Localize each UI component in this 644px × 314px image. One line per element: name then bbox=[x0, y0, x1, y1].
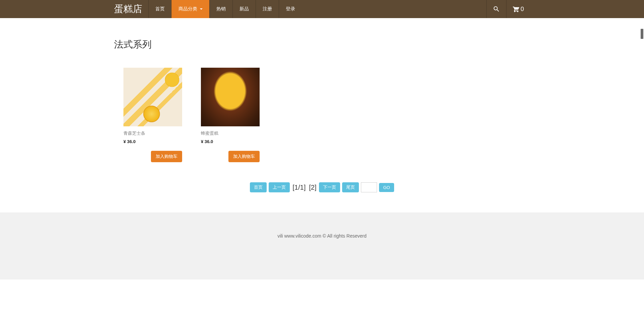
page-last-button[interactable]: 尾页 bbox=[342, 182, 359, 192]
add-to-cart-button[interactable]: 加入购物车 bbox=[228, 151, 260, 162]
navbar: 蛋糕店 首页 商品分类 热销 新品 注册 登录 0 bbox=[0, 0, 644, 18]
footer-text: vili www.vilicode.com © All rights Resev… bbox=[277, 233, 367, 239]
product-image[interactable] bbox=[123, 68, 182, 126]
footer: vili www.vilicode.com © All rights Resev… bbox=[0, 212, 644, 279]
product-price: ¥ 36.0 bbox=[201, 139, 260, 144]
pagination: 首页 上一页 [1/1] [2] 下一页 尾页 GO bbox=[114, 182, 530, 192]
product-grid: 青森芝士条 ¥ 36.0 加入购物车 蜂蜜蛋糕 ¥ 36.0 加入购物车 bbox=[114, 68, 530, 162]
product-card: 青森芝士条 ¥ 36.0 加入购物车 bbox=[123, 68, 182, 162]
product-image[interactable] bbox=[201, 68, 260, 126]
add-to-cart-button[interactable]: 加入购物车 bbox=[151, 151, 182, 162]
product-name[interactable]: 蜂蜜蛋糕 bbox=[201, 130, 260, 136]
chevron-down-icon bbox=[200, 8, 203, 10]
page-go-button[interactable]: GO bbox=[379, 183, 394, 192]
main-container: 法式系列 青森芝士条 ¥ 36.0 加入购物车 蜂蜜蛋糕 ¥ 36.0 加入购物… bbox=[114, 18, 530, 212]
brand-logo[interactable]: 蛋糕店 bbox=[114, 0, 148, 18]
page-info-total: [2] bbox=[308, 184, 317, 191]
page-info-current: [1/1] bbox=[292, 184, 306, 191]
nav-new[interactable]: 新品 bbox=[232, 0, 256, 18]
nav-categories[interactable]: 商品分类 bbox=[171, 0, 209, 18]
page-next-button[interactable]: 下一页 bbox=[319, 182, 340, 192]
scroll-top-handle[interactable] bbox=[641, 29, 643, 39]
page-first-button[interactable]: 首页 bbox=[250, 182, 267, 192]
search-button[interactable] bbox=[486, 0, 506, 18]
product-card: 蜂蜜蛋糕 ¥ 36.0 加入购物车 bbox=[201, 68, 260, 162]
cart-count: 0 bbox=[521, 6, 524, 13]
nav-register[interactable]: 注册 bbox=[256, 0, 279, 18]
nav-categories-label: 商品分类 bbox=[178, 6, 197, 12]
nav-hot[interactable]: 热销 bbox=[209, 0, 232, 18]
cart-icon bbox=[513, 5, 520, 13]
page-number-input[interactable] bbox=[361, 182, 377, 192]
page-prev-button[interactable]: 上一页 bbox=[269, 182, 290, 192]
product-price: ¥ 36.0 bbox=[123, 139, 182, 144]
nav-spacer bbox=[302, 0, 486, 18]
nav-login[interactable]: 登录 bbox=[279, 0, 302, 18]
nav-home[interactable]: 首页 bbox=[148, 0, 171, 18]
navbar-inner: 蛋糕店 首页 商品分类 热销 新品 注册 登录 0 bbox=[114, 0, 530, 18]
cart-button[interactable]: 0 bbox=[506, 0, 530, 18]
page-title: 法式系列 bbox=[114, 38, 530, 51]
product-name[interactable]: 青森芝士条 bbox=[123, 130, 182, 136]
search-icon bbox=[493, 5, 500, 13]
